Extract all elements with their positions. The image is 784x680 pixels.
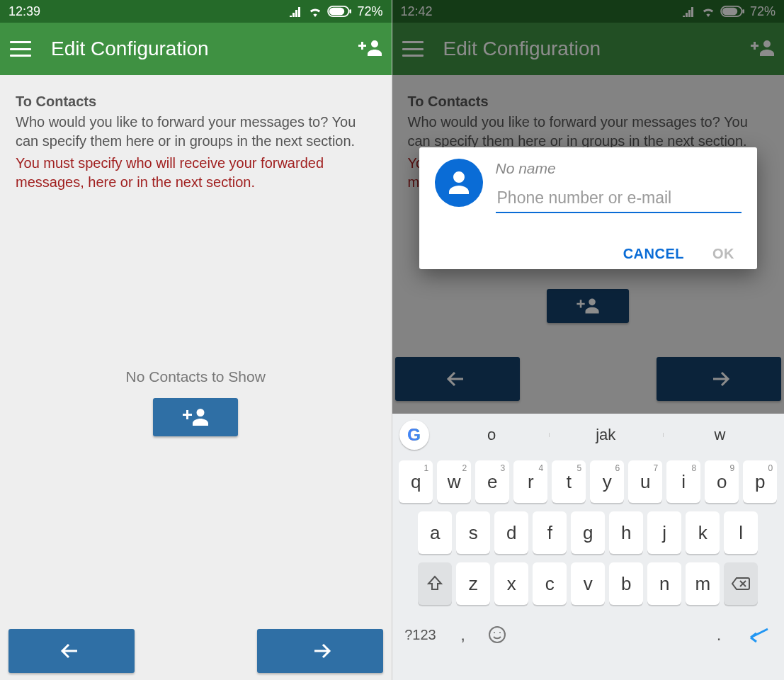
suggestion-row: G o jak w bbox=[392, 414, 785, 456]
keyboard: G o jak w q1w2e3r4t5y6u7i8o9p0 asdfghjkl… bbox=[392, 414, 785, 680]
ok-button[interactable]: OK bbox=[712, 246, 734, 262]
key-j[interactable]: j bbox=[647, 511, 681, 554]
key-e[interactable]: e3 bbox=[475, 460, 509, 503]
signal-icon bbox=[289, 6, 303, 17]
key-i[interactable]: i8 bbox=[666, 460, 700, 503]
suggestion[interactable]: w bbox=[663, 426, 777, 444]
key-f[interactable]: f bbox=[533, 511, 567, 554]
suggestion[interactable]: jak bbox=[549, 426, 663, 444]
screen-left: 12:39 72% Edit Configuration To Contacts… bbox=[0, 0, 392, 680]
svg-point-8 bbox=[499, 632, 501, 633]
key-t[interactable]: t5 bbox=[552, 460, 586, 503]
avatar-icon bbox=[435, 159, 483, 207]
google-icon[interactable]: G bbox=[399, 420, 429, 450]
key-shift[interactable] bbox=[418, 562, 452, 605]
key-k[interactable]: k bbox=[686, 511, 720, 554]
bottom-nav bbox=[8, 629, 383, 673]
contact-input[interactable] bbox=[496, 186, 742, 213]
svg-rect-2 bbox=[350, 9, 352, 13]
key-l[interactable]: l bbox=[724, 511, 758, 554]
status-icons: 72% bbox=[289, 4, 382, 19]
key-comma[interactable]: , bbox=[449, 613, 477, 656]
key-period[interactable]: . bbox=[705, 613, 733, 656]
key-y[interactable]: y6 bbox=[590, 460, 624, 503]
key-o[interactable]: o9 bbox=[705, 460, 739, 503]
key-space[interactable] bbox=[517, 616, 701, 653]
next-button[interactable] bbox=[257, 629, 383, 673]
key-b[interactable]: b bbox=[609, 562, 643, 605]
key-enter[interactable] bbox=[737, 613, 780, 656]
menu-icon[interactable] bbox=[10, 41, 31, 57]
key-m[interactable]: m bbox=[686, 562, 720, 605]
key-q[interactable]: q1 bbox=[399, 460, 433, 503]
key-n[interactable]: n bbox=[647, 562, 681, 605]
screen-right: 12:42 72% Edit Configuration To Contacts… bbox=[392, 0, 785, 680]
page-title: Edit Configuration bbox=[51, 38, 338, 60]
key-w[interactable]: w2 bbox=[437, 460, 471, 503]
section-heading: To Contacts bbox=[16, 92, 376, 111]
key-r[interactable]: r4 bbox=[513, 460, 547, 503]
empty-message: No Contacts to Show bbox=[0, 368, 392, 385]
key-a[interactable]: a bbox=[418, 511, 452, 554]
key-p[interactable]: p0 bbox=[743, 460, 777, 503]
status-time: 12:39 bbox=[8, 4, 40, 19]
key-backspace[interactable] bbox=[724, 562, 758, 605]
section-warning: You must specify who will receive your f… bbox=[16, 154, 376, 192]
key-x[interactable]: x bbox=[494, 562, 528, 605]
battery-icon bbox=[327, 6, 353, 17]
empty-state: No Contacts to Show bbox=[0, 368, 392, 436]
key-s[interactable]: s bbox=[456, 511, 490, 554]
key-u[interactable]: u7 bbox=[628, 460, 662, 503]
cancel-button[interactable]: CANCEL bbox=[623, 246, 684, 262]
key-emoji[interactable] bbox=[482, 613, 513, 656]
key-symbols[interactable]: ?123 bbox=[397, 613, 445, 656]
key-h[interactable]: h bbox=[609, 511, 643, 554]
content-area: To Contacts Who would you like to forwar… bbox=[0, 75, 392, 209]
name-placeholder[interactable]: No name bbox=[496, 160, 742, 177]
add-contact-button[interactable] bbox=[153, 398, 238, 436]
section-body: Who would you like to forward your messa… bbox=[16, 113, 376, 151]
key-d[interactable]: d bbox=[494, 511, 528, 554]
svg-point-6 bbox=[489, 627, 505, 642]
wifi-icon bbox=[307, 6, 323, 17]
key-c[interactable]: c bbox=[533, 562, 567, 605]
key-g[interactable]: g bbox=[571, 511, 605, 554]
svg-point-7 bbox=[494, 632, 495, 633]
add-person-button[interactable] bbox=[358, 38, 382, 60]
back-button[interactable] bbox=[8, 629, 135, 673]
add-contact-dialog: No name CANCEL OK bbox=[419, 147, 758, 269]
svg-rect-1 bbox=[329, 8, 344, 16]
app-bar: Edit Configuration bbox=[0, 23, 392, 75]
key-v[interactable]: v bbox=[571, 562, 605, 605]
key-z[interactable]: z bbox=[456, 562, 490, 605]
status-bar: 12:39 72% bbox=[0, 0, 392, 23]
battery-percent: 72% bbox=[357, 4, 382, 19]
suggestion[interactable]: o bbox=[435, 426, 549, 444]
